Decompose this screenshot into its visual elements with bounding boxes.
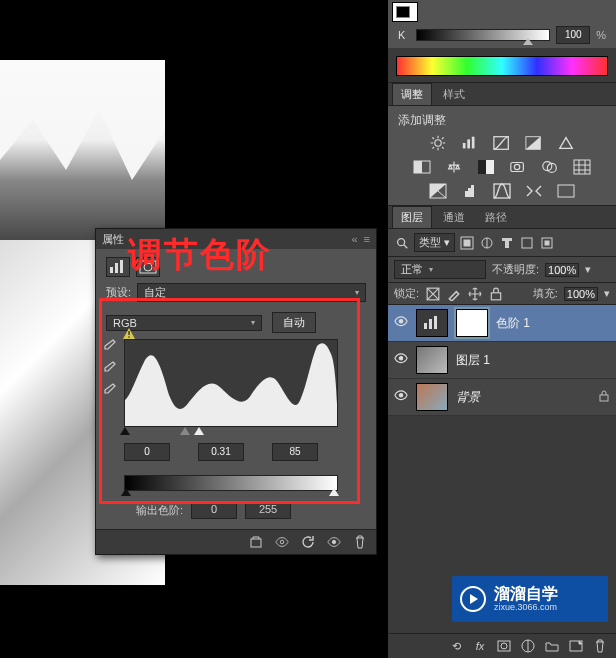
curves-icon[interactable] bbox=[492, 135, 512, 151]
svg-rect-24 bbox=[545, 241, 549, 245]
panel-menu-icon[interactable]: ≡ bbox=[364, 233, 370, 245]
gradientmap-icon[interactable] bbox=[556, 183, 576, 199]
output-black-slider[interactable] bbox=[121, 488, 131, 496]
lock-pixels-icon[interactable] bbox=[446, 287, 462, 301]
output-black-field[interactable]: 0 bbox=[191, 501, 237, 519]
reset-icon[interactable] bbox=[300, 535, 316, 549]
tab-styles[interactable]: 样式 bbox=[434, 83, 474, 105]
levels-icon[interactable] bbox=[460, 135, 480, 151]
layer-thumb-adjust[interactable] bbox=[416, 309, 448, 337]
visibility-icon[interactable] bbox=[394, 353, 408, 367]
tab-adjust[interactable]: 调整 bbox=[392, 83, 432, 105]
lock-all-icon[interactable] bbox=[488, 287, 504, 301]
invert-icon[interactable] bbox=[428, 183, 448, 199]
output-gradient[interactable] bbox=[124, 475, 338, 491]
watermark: 溜溜自学 zixue.3066.com bbox=[452, 576, 608, 622]
tab-channels[interactable]: 通道 bbox=[434, 206, 474, 228]
posterize-icon[interactable] bbox=[460, 183, 480, 199]
hue-icon[interactable] bbox=[412, 159, 432, 175]
layer-thumb[interactable] bbox=[416, 346, 448, 374]
colorbalance-icon[interactable] bbox=[444, 159, 464, 175]
watermark-title: 溜溜自学 bbox=[494, 585, 558, 603]
lock-position-icon[interactable] bbox=[467, 287, 483, 301]
output-white-slider[interactable] bbox=[329, 488, 339, 496]
opacity-label: 不透明度: bbox=[492, 262, 539, 277]
input-gamma-slider[interactable] bbox=[180, 427, 190, 435]
selective-icon[interactable] bbox=[524, 183, 544, 199]
trash-icon[interactable] bbox=[352, 535, 368, 549]
view-previous-icon[interactable] bbox=[274, 535, 290, 549]
tab-paths[interactable]: 路径 bbox=[476, 206, 516, 228]
bw-icon[interactable] bbox=[476, 159, 496, 175]
filter-kind-select[interactable]: 类型▾ bbox=[414, 233, 455, 252]
visibility-icon[interactable] bbox=[394, 390, 408, 404]
input-white-slider[interactable] bbox=[194, 427, 204, 435]
gray-eyedropper-icon[interactable] bbox=[102, 361, 116, 375]
fill-field[interactable]: 100% bbox=[564, 287, 598, 301]
colorlookup-icon[interactable] bbox=[572, 159, 592, 175]
svg-point-35 bbox=[501, 643, 507, 649]
clip-icon[interactable] bbox=[248, 535, 264, 549]
filter-type-icon[interactable] bbox=[499, 236, 515, 250]
black-eyedropper-icon[interactable] bbox=[102, 339, 116, 353]
svg-point-31 bbox=[399, 357, 403, 361]
layer-row[interactable]: 图层 1 bbox=[388, 342, 616, 379]
svg-rect-28 bbox=[424, 323, 427, 329]
right-panels: K 100 % 调整 样式 添加调整 bbox=[388, 0, 616, 658]
input-white-field[interactable]: 85 bbox=[272, 443, 318, 461]
input-black-slider[interactable] bbox=[120, 427, 130, 435]
properties-panel[interactable]: 属性 « ≡ 预设: 自定▾ RGB▾ 自动 bbox=[95, 228, 377, 555]
mask-icon[interactable] bbox=[496, 639, 512, 653]
layer-name[interactable]: 色阶 1 bbox=[496, 315, 530, 332]
exposure-icon[interactable] bbox=[524, 135, 544, 151]
input-black-field[interactable]: 0 bbox=[124, 443, 170, 461]
filter-pixel-icon[interactable] bbox=[459, 236, 475, 250]
preset-select[interactable]: 自定▾ bbox=[137, 283, 366, 302]
lock-transparent-icon[interactable] bbox=[425, 287, 441, 301]
opacity-field[interactable]: 100% bbox=[545, 263, 579, 277]
fx-icon[interactable]: fx bbox=[472, 639, 488, 653]
svg-rect-45 bbox=[251, 539, 261, 547]
trash-icon[interactable] bbox=[592, 639, 608, 653]
output-white-field[interactable]: 255 bbox=[245, 501, 291, 519]
foreground-background-swatch[interactable] bbox=[392, 2, 418, 22]
input-gamma-field[interactable]: 0.31 bbox=[198, 443, 244, 461]
k-slider[interactable] bbox=[416, 29, 550, 41]
prop-mask-icon[interactable] bbox=[136, 257, 160, 277]
filter-search-icon[interactable] bbox=[394, 236, 410, 250]
adjust-tabbar: 调整 样式 bbox=[388, 83, 616, 106]
channelmixer-icon[interactable] bbox=[540, 159, 560, 175]
layer-mask-thumb[interactable] bbox=[456, 309, 488, 337]
properties-title: 属性 bbox=[102, 232, 124, 247]
layer-row[interactable]: 背景 bbox=[388, 379, 616, 416]
auto-button[interactable]: 自动 bbox=[272, 312, 316, 333]
color-spectrum[interactable] bbox=[396, 56, 608, 76]
adjustlayer-icon[interactable] bbox=[520, 639, 536, 653]
k-slider-thumb[interactable] bbox=[523, 38, 533, 45]
layer-row[interactable]: 色阶 1 bbox=[388, 305, 616, 342]
layer-name[interactable]: 图层 1 bbox=[456, 352, 490, 369]
vibrance-icon[interactable] bbox=[556, 135, 576, 151]
filter-shape-icon[interactable] bbox=[519, 236, 535, 250]
tab-layers[interactable]: 图层 bbox=[392, 206, 432, 228]
svg-rect-38 bbox=[110, 267, 113, 273]
layer-name[interactable]: 背景 bbox=[456, 389, 480, 406]
white-eyedropper-icon[interactable] bbox=[102, 383, 116, 397]
blend-mode-select[interactable]: 正常▾ bbox=[394, 260, 486, 279]
newlayer-icon[interactable] bbox=[568, 639, 584, 653]
visibility-icon[interactable] bbox=[394, 316, 408, 330]
photofilter-icon[interactable] bbox=[508, 159, 528, 175]
k-value-field[interactable]: 100 bbox=[556, 26, 590, 44]
prop-levels-icon[interactable] bbox=[106, 257, 130, 277]
threshold-icon[interactable] bbox=[492, 183, 512, 199]
color-panel: K 100 % bbox=[388, 0, 616, 48]
collapse-icon[interactable]: « bbox=[351, 233, 357, 245]
link-icon[interactable]: ⟲ bbox=[448, 639, 464, 653]
filter-adjust-icon[interactable] bbox=[479, 236, 495, 250]
layer-thumb[interactable] bbox=[416, 383, 448, 411]
toggle-visibility-icon[interactable] bbox=[326, 535, 342, 549]
filter-smart-icon[interactable] bbox=[539, 236, 555, 250]
group-icon[interactable] bbox=[544, 639, 560, 653]
brightness-icon[interactable] bbox=[428, 135, 448, 151]
input-slider-row[interactable] bbox=[124, 427, 336, 439]
